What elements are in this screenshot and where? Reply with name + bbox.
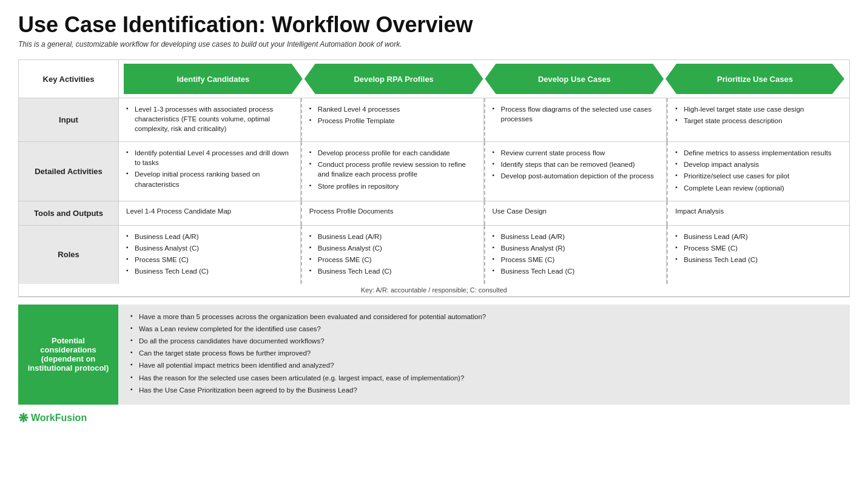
input-item-6: Target state process description [675, 116, 842, 126]
detailed-cell-4: Define metrics to assess implementation … [667, 142, 849, 200]
roles-key: Key: A/R: accountable / responsible; C: … [19, 284, 849, 297]
tools-cell-2: Process Profile Documents [301, 201, 484, 225]
tools-item-2: Process Profile Documents [309, 207, 394, 215]
tools-cell-1: Level 1-4 Process Candidate Map [119, 201, 301, 225]
workfusion-logo: ❋ WorkFusion [18, 411, 850, 425]
header-develop-rpa: Develop RPA Profiles [304, 64, 483, 94]
detailed-cell-3: Review current state process flow Identi… [484, 142, 667, 200]
detailed-item-6: Review current state process flow [493, 148, 659, 158]
tools-item-4: Impact Analysis [675, 207, 724, 215]
tools-cell-4: Impact Analysis [667, 201, 849, 225]
input-cells: Level 1-3 processes with associated proc… [119, 98, 849, 141]
header-develop-use-cases: Develop Use Cases [485, 64, 664, 94]
tools-item-3: Use Case Design [493, 207, 547, 215]
input-row: Input Level 1-3 processes with associate… [19, 98, 849, 142]
logo-text: WorkFusion [31, 413, 87, 423]
tools-outputs-row: Tools and Outputs Level 1-4 Process Cand… [19, 201, 849, 226]
consideration-item-6: Has the reason for the selected use case… [130, 373, 838, 383]
input-item-3: Process Profile Template [309, 116, 476, 126]
tools-outputs-label: Tools and Outputs [19, 201, 119, 225]
detailed-cell-2: Develop process profile for each candida… [301, 142, 484, 200]
header-row: Key Activities Identify Candidates Devel… [19, 60, 849, 98]
roles-row: Roles Business Lead (A/R) Business Analy… [19, 226, 849, 284]
detailed-item-12: Complete Lean review (optional) [675, 183, 842, 193]
page-title: Use Case Identification: Workflow Overvi… [18, 12, 850, 38]
input-item-2: Ranked Level 4 processes [309, 104, 476, 114]
roles-cells: Business Lead (A/R) Business Analyst (C)… [119, 226, 849, 284]
header-prioritize: Prioritize Use Cases [665, 64, 844, 94]
tools-outputs-cells: Level 1-4 Process Candidate Map Process … [119, 201, 849, 225]
input-label: Input [19, 98, 119, 141]
considerations-section: Potential considerations (dependent on i… [18, 305, 850, 405]
detailed-item-2: Develop initial process ranking based on… [126, 169, 293, 189]
consideration-item-4: Can the target state process flows be fu… [130, 348, 838, 358]
input-item-4: Process flow diagrams of the selected us… [493, 104, 659, 124]
detailed-item-11: Prioritize/select use cases for pilot [675, 171, 842, 181]
key-activities-label: Key Activities [19, 60, 119, 98]
detailed-activities-label: Detailed Activities [19, 142, 119, 200]
tools-item-1: Level 1-4 Process Candidate Map [126, 207, 231, 215]
detailed-item-4: Conduct process profile review session t… [309, 160, 476, 179]
detailed-item-9: Define metrics to assess implementation … [675, 148, 842, 158]
input-cell-4: High-level target state use case design … [667, 98, 849, 141]
tools-cell-3: Use Case Design [484, 201, 667, 225]
detailed-cell-1: Identify potential Level 4 processes and… [119, 142, 301, 200]
detailed-activities-row: Detailed Activities Identify potential L… [19, 142, 849, 201]
input-item-1: Level 1-3 processes with associated proc… [126, 104, 293, 133]
input-cell-3: Process flow diagrams of the selected us… [484, 98, 667, 141]
workflow-table: Key Activities Identify Candidates Devel… [18, 59, 850, 297]
roles-cell-1: Business Lead (A/R) Business Analyst (C)… [119, 226, 301, 284]
input-cell-2: Ranked Level 4 processes Process Profile… [301, 98, 484, 141]
consideration-item-1: Have a more than 5 processes across the … [130, 312, 838, 322]
roles-cell-4: Business Lead (A/R) Process SME (C) Busi… [667, 226, 849, 284]
header-identify-candidates: Identify Candidates [124, 64, 303, 94]
detailed-activities-cells: Identify potential Level 4 processes and… [119, 142, 849, 200]
detailed-item-1: Identify potential Level 4 processes and… [126, 148, 293, 167]
page-subtitle: This is a general, customizable workflow… [18, 40, 850, 49]
roles-label: Roles [19, 226, 119, 284]
consideration-item-5: Have all potential impact metrics been i… [130, 360, 838, 370]
consideration-item-7: Has the Use Case Prioritization been agr… [130, 385, 838, 395]
detailed-item-5: Store profiles in repository [309, 181, 476, 191]
detailed-item-3: Develop process profile for each candida… [309, 148, 476, 158]
considerations-label: Potential considerations (dependent on i… [18, 305, 118, 405]
roles-cell-2: Business Lead (A/R) Business Analyst (C)… [301, 226, 484, 284]
input-item-5: High-level target state use case design [675, 104, 842, 114]
detailed-item-7: Identify steps that can be removed (lean… [493, 160, 659, 169]
roles-cell-3: Business Lead (A/R) Business Analyst (R)… [484, 226, 667, 284]
detailed-item-10: Develop impact analysis [675, 160, 842, 169]
detailed-item-8: Develop post-automation depiction of the… [493, 171, 659, 181]
considerations-content: Have a more than 5 processes across the … [118, 305, 850, 405]
input-cell-1: Level 1-3 processes with associated proc… [119, 98, 301, 141]
consideration-item-2: Was a Lean review completed for the iden… [130, 324, 838, 334]
consideration-item-3: Do all the process candidates have docum… [130, 336, 838, 346]
logo-icon: ❋ [18, 411, 29, 425]
